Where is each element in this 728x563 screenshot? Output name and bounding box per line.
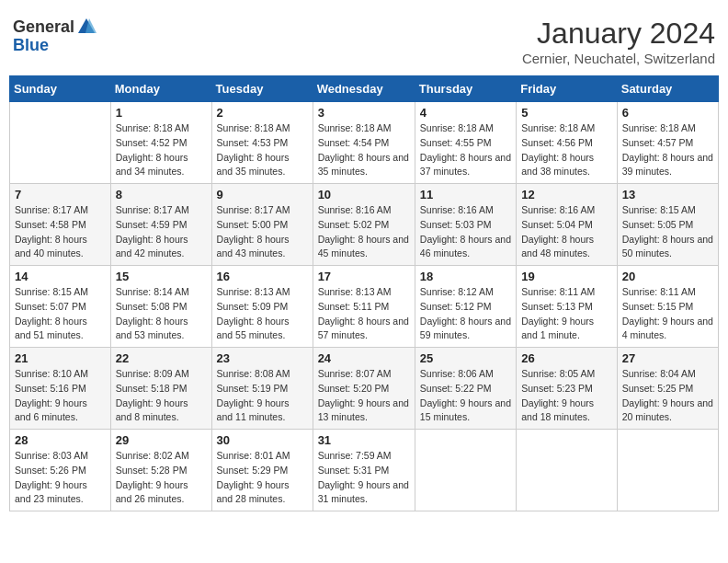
daylight-text: Daylight: 8 hours and 35 minutes. <box>217 151 308 180</box>
daylight-text: Daylight: 9 hours and 1 minute. <box>521 315 612 344</box>
sunset-text: Sunset: 5:02 PM <box>318 218 410 233</box>
sunrise-text: Sunrise: 8:07 AM <box>318 367 410 382</box>
day-info: Sunrise: 8:17 AMSunset: 4:58 PMDaylight:… <box>15 203 106 261</box>
day-number: 12 <box>521 188 612 201</box>
sunset-text: Sunset: 4:57 PM <box>622 136 713 151</box>
day-info: Sunrise: 8:09 AMSunset: 5:18 PMDaylight:… <box>116 367 207 425</box>
sunset-text: Sunset: 5:13 PM <box>521 300 612 315</box>
day-info: Sunrise: 8:18 AMSunset: 4:57 PMDaylight:… <box>622 121 713 179</box>
day-info: Sunrise: 8:14 AMSunset: 5:08 PMDaylight:… <box>116 285 207 343</box>
sunset-text: Sunset: 4:53 PM <box>217 136 308 151</box>
daylight-text: Daylight: 8 hours and 40 minutes. <box>15 233 106 262</box>
day-info: Sunrise: 8:10 AMSunset: 5:16 PMDaylight:… <box>15 367 106 425</box>
header-monday: Monday <box>110 76 211 102</box>
day-info: Sunrise: 8:05 AMSunset: 5:23 PMDaylight:… <box>521 367 612 425</box>
logo-icon <box>76 17 97 37</box>
day-number: 11 <box>420 188 511 201</box>
sunrise-text: Sunrise: 7:59 AM <box>318 449 410 464</box>
sunrise-text: Sunrise: 8:16 AM <box>420 203 511 218</box>
day-number: 20 <box>622 270 713 283</box>
day-number: 10 <box>318 188 410 201</box>
day-info: Sunrise: 8:11 AMSunset: 5:13 PMDaylight:… <box>521 285 612 343</box>
daylight-text: Daylight: 8 hours and 51 minutes. <box>15 315 106 344</box>
day-number: 25 <box>420 351 511 365</box>
day-info: Sunrise: 8:08 AMSunset: 5:19 PMDaylight:… <box>217 367 308 425</box>
logo: General Blue <box>13 17 97 54</box>
sunset-text: Sunset: 5:22 PM <box>420 382 511 396</box>
sunrise-text: Sunrise: 8:09 AM <box>116 367 207 382</box>
header-sunday: Sunday <box>10 76 111 102</box>
day-info: Sunrise: 8:16 AMSunset: 5:04 PMDaylight:… <box>521 203 612 261</box>
day-number: 2 <box>217 106 308 120</box>
sunset-text: Sunset: 5:12 PM <box>420 300 511 315</box>
table-row: 13Sunrise: 8:15 AMSunset: 5:05 PMDayligh… <box>617 184 718 266</box>
day-info: Sunrise: 8:17 AMSunset: 4:59 PMDaylight:… <box>116 203 207 261</box>
table-row: 17Sunrise: 8:13 AMSunset: 5:11 PMDayligh… <box>313 266 415 348</box>
sunset-text: Sunset: 4:54 PM <box>318 136 410 151</box>
daylight-text: Daylight: 8 hours and 45 minutes. <box>318 233 410 262</box>
day-number: 6 <box>622 106 713 120</box>
day-info: Sunrise: 8:13 AMSunset: 5:11 PMDaylight:… <box>318 285 410 343</box>
daylight-text: Daylight: 8 hours and 34 minutes. <box>116 151 207 180</box>
daylight-text: Daylight: 8 hours and 50 minutes. <box>622 233 713 262</box>
daylight-text: Daylight: 9 hours and 11 minutes. <box>217 396 308 426</box>
table-row: 27Sunrise: 8:04 AMSunset: 5:25 PMDayligh… <box>617 348 718 430</box>
daylight-text: Daylight: 9 hours and 13 minutes. <box>318 396 410 426</box>
day-number: 9 <box>217 188 308 201</box>
sunset-text: Sunset: 5:00 PM <box>217 218 308 233</box>
day-number: 5 <box>521 106 612 120</box>
day-number: 13 <box>622 188 713 201</box>
day-info: Sunrise: 8:18 AMSunset: 4:56 PMDaylight:… <box>521 121 612 179</box>
daylight-text: Daylight: 8 hours and 37 minutes. <box>420 151 511 180</box>
daylight-text: Daylight: 8 hours and 38 minutes. <box>521 151 612 180</box>
table-row: 6Sunrise: 8:18 AMSunset: 4:57 PMDaylight… <box>617 102 718 184</box>
title-area: January 2024 Cernier, Neuchatel, Switzer… <box>522 17 715 66</box>
day-info: Sunrise: 8:07 AMSunset: 5:20 PMDaylight:… <box>318 367 410 425</box>
day-info: Sunrise: 8:15 AMSunset: 5:05 PMDaylight:… <box>622 203 713 261</box>
daylight-text: Daylight: 8 hours and 55 minutes. <box>217 315 308 344</box>
sunrise-text: Sunrise: 8:13 AM <box>217 285 308 300</box>
daylight-text: Daylight: 9 hours and 23 minutes. <box>15 478 106 508</box>
table-row: 11Sunrise: 8:16 AMSunset: 5:03 PMDayligh… <box>415 184 516 266</box>
sunrise-text: Sunrise: 8:17 AM <box>116 203 207 218</box>
table-row: 29Sunrise: 8:02 AMSunset: 5:28 PMDayligh… <box>110 430 211 511</box>
table-row: 18Sunrise: 8:12 AMSunset: 5:12 PMDayligh… <box>415 266 516 348</box>
table-row: 4Sunrise: 8:18 AMSunset: 4:55 PMDaylight… <box>415 102 516 184</box>
sunrise-text: Sunrise: 8:12 AM <box>420 285 511 300</box>
sunrise-text: Sunrise: 8:15 AM <box>622 203 713 218</box>
sunrise-text: Sunrise: 8:17 AM <box>217 203 308 218</box>
daylight-text: Daylight: 8 hours and 39 minutes. <box>622 151 713 180</box>
day-info: Sunrise: 8:17 AMSunset: 5:00 PMDaylight:… <box>217 203 308 261</box>
day-number: 23 <box>217 351 308 365</box>
table-row: 8Sunrise: 8:17 AMSunset: 4:59 PMDaylight… <box>110 184 211 266</box>
daylight-text: Daylight: 9 hours and 8 minutes. <box>116 396 207 426</box>
day-number: 26 <box>521 351 612 365</box>
table-row <box>415 430 516 511</box>
sunrise-text: Sunrise: 8:16 AM <box>521 203 612 218</box>
day-info: Sunrise: 8:16 AMSunset: 5:02 PMDaylight:… <box>318 203 410 261</box>
sunset-text: Sunset: 4:59 PM <box>116 218 207 233</box>
daylight-text: Daylight: 9 hours and 6 minutes. <box>15 396 106 426</box>
daylight-text: Daylight: 8 hours and 46 minutes. <box>420 233 511 262</box>
header-saturday: Saturday <box>617 76 718 102</box>
daylight-text: Daylight: 9 hours and 15 minutes. <box>420 396 511 426</box>
sunset-text: Sunset: 5:18 PM <box>116 382 207 396</box>
sunset-text: Sunset: 5:09 PM <box>217 300 308 315</box>
sunrise-text: Sunrise: 8:18 AM <box>521 121 612 136</box>
table-row: 3Sunrise: 8:18 AMSunset: 4:54 PMDaylight… <box>313 102 415 184</box>
sunrise-text: Sunrise: 8:18 AM <box>318 121 410 136</box>
calendar-table: Sunday Monday Tuesday Wednesday Thursday… <box>9 75 719 511</box>
table-row: 30Sunrise: 8:01 AMSunset: 5:29 PMDayligh… <box>211 430 313 511</box>
calendar-week-row: 14Sunrise: 8:15 AMSunset: 5:07 PMDayligh… <box>10 266 719 348</box>
day-info: Sunrise: 8:18 AMSunset: 4:53 PMDaylight:… <box>217 121 308 179</box>
daylight-text: Daylight: 8 hours and 53 minutes. <box>116 315 207 344</box>
day-number: 8 <box>116 188 207 201</box>
table-row: 12Sunrise: 8:16 AMSunset: 5:04 PMDayligh… <box>517 184 618 266</box>
calendar-week-row: 28Sunrise: 8:03 AMSunset: 5:26 PMDayligh… <box>10 430 719 511</box>
daylight-text: Daylight: 9 hours and 31 minutes. <box>318 478 410 508</box>
day-number: 16 <box>217 270 308 283</box>
sunset-text: Sunset: 5:15 PM <box>622 300 713 315</box>
sunset-text: Sunset: 5:08 PM <box>116 300 207 315</box>
sunset-text: Sunset: 5:23 PM <box>521 382 612 396</box>
sunrise-text: Sunrise: 8:18 AM <box>420 121 511 136</box>
